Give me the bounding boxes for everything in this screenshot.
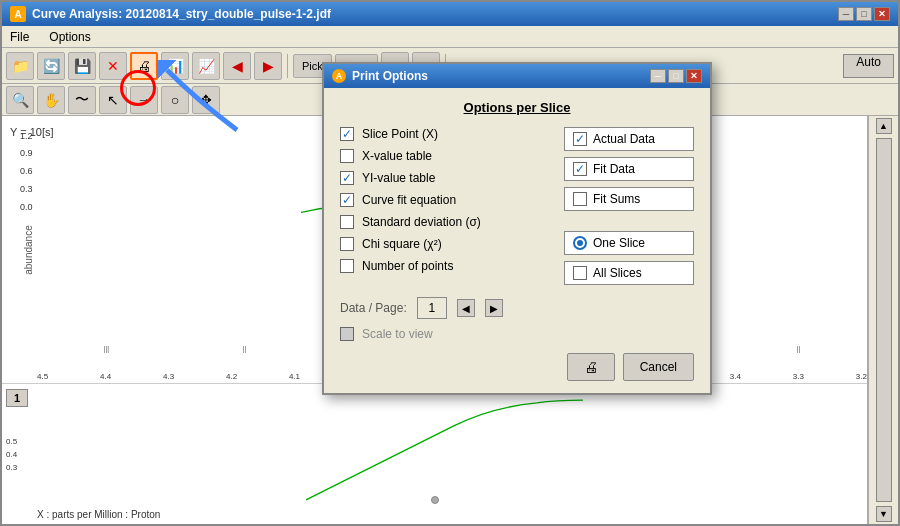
main-window: A Curve Analysis: 20120814_stry_double_p… — [0, 0, 900, 526]
checkbox-scale-to-view — [340, 327, 354, 341]
dialog-right-column: ✓ Actual Data ✓ Fit Data Fit Sums — [564, 127, 694, 285]
label-slice-point: Slice Point (X) — [362, 127, 438, 141]
dialog-icon: A — [332, 69, 346, 83]
dialog-columns: ✓ Slice Point (X) X-value table ✓ YI-val… — [340, 127, 694, 285]
option-box-fit-sums: Fit Sums — [564, 187, 694, 211]
label-x-value: X-value table — [362, 149, 432, 163]
checkbox-row-chi-square: Chi square (χ²) — [340, 237, 548, 251]
option-box-fit-data: ✓ Fit Data — [564, 157, 694, 181]
data-page-row: Data / Page: ◀ ▶ — [340, 297, 694, 319]
page-input[interactable] — [417, 297, 447, 319]
option-box-all-slices: All Slices — [564, 261, 694, 285]
label-all-slices: All Slices — [593, 266, 642, 280]
label-scale-to-view: Scale to view — [362, 327, 433, 341]
checkbox-row-num-points: Number of points — [340, 259, 548, 273]
checkbox-yi-value[interactable]: ✓ — [340, 171, 354, 185]
dialog-body: Options per Slice ✓ Slice Point (X) X-va… — [324, 88, 710, 393]
checkbox-fit-data[interactable]: ✓ — [573, 162, 587, 176]
print-options-dialog: A Print Options ─ □ ✕ Options per Slice … — [322, 62, 712, 395]
label-chi-square: Chi square (χ²) — [362, 237, 442, 251]
checkbox-row-curve-fit: ✓ Curve fit equation — [340, 193, 548, 207]
checkbox-curve-fit[interactable]: ✓ — [340, 193, 354, 207]
page-prev-button[interactable]: ◀ — [457, 299, 475, 317]
cancel-button[interactable]: Cancel — [623, 353, 694, 381]
radio-all-slices[interactable] — [573, 266, 587, 280]
checkbox-std-dev[interactable] — [340, 215, 354, 229]
dialog-minimize-button[interactable]: ─ — [650, 69, 666, 83]
label-std-dev: Standard deviation (σ) — [362, 215, 481, 229]
checkbox-fit-sums[interactable] — [573, 192, 587, 206]
label-curve-fit: Curve fit equation — [362, 193, 456, 207]
option-box-actual-data: ✓ Actual Data — [564, 127, 694, 151]
scale-to-view-row: Scale to view — [340, 327, 694, 341]
checkbox-slice-point[interactable]: ✓ — [340, 127, 354, 141]
dialog-footer: 🖨 Cancel — [340, 353, 694, 381]
checkbox-row-slice-point: ✓ Slice Point (X) — [340, 127, 548, 141]
print-icon: 🖨 — [584, 359, 598, 375]
print-submit-button[interactable]: 🖨 — [567, 353, 615, 381]
data-page-label: Data / Page: — [340, 301, 407, 315]
dialog-maximize-button[interactable]: □ — [668, 69, 684, 83]
dialog-overlay: A Print Options ─ □ ✕ Options per Slice … — [2, 2, 898, 524]
dialog-close-button[interactable]: ✕ — [686, 69, 702, 83]
radio-one-slice[interactable] — [573, 236, 587, 250]
checkbox-actual-data[interactable]: ✓ — [573, 132, 587, 146]
dialog-left-column: ✓ Slice Point (X) X-value table ✓ YI-val… — [340, 127, 548, 285]
dialog-title-bar: A Print Options ─ □ ✕ — [324, 64, 710, 88]
label-yi-value: YI-value table — [362, 171, 435, 185]
checkbox-chi-square[interactable] — [340, 237, 354, 251]
checkbox-row-std-dev: Standard deviation (σ) — [340, 215, 548, 229]
label-one-slice: One Slice — [593, 236, 645, 250]
checkbox-x-value[interactable] — [340, 149, 354, 163]
section-title: Options per Slice — [340, 100, 694, 115]
option-box-one-slice: One Slice — [564, 231, 694, 255]
dialog-title: Print Options — [352, 69, 428, 83]
label-fit-data: Fit Data — [593, 162, 635, 176]
checkbox-row-yi-value: ✓ YI-value table — [340, 171, 548, 185]
label-num-points: Number of points — [362, 259, 453, 273]
page-next-button[interactable]: ▶ — [485, 299, 503, 317]
checkbox-row-x-value: X-value table — [340, 149, 548, 163]
label-fit-sums: Fit Sums — [593, 192, 640, 206]
label-actual-data: Actual Data — [593, 132, 655, 146]
checkbox-num-points[interactable] — [340, 259, 354, 273]
